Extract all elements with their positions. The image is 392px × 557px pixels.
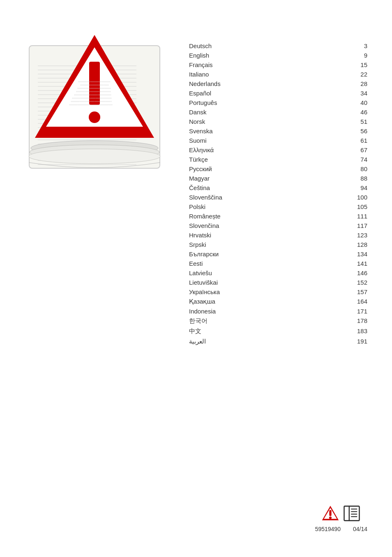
svg-rect-19 (330, 510, 332, 516)
toc-language-0: Deutsch (189, 42, 247, 49)
toc-page-1: 9 (351, 52, 367, 59)
svg-text:■■■■■■■■■■■■■■■■■■■■■■■: ■■■■■■■■■■■■■■■■■■■■■■■ (80, 84, 108, 86)
toc-row: Ελληνικά67 (189, 145, 367, 155)
toc-page-22: 134 (351, 251, 367, 258)
toc-page-19: 117 (351, 222, 367, 229)
toc-page-7: 46 (351, 109, 367, 116)
toc-row: Suomi61 (189, 136, 367, 145)
toc-page-12: 74 (351, 156, 367, 163)
toc-language-14: Magyar (189, 175, 247, 182)
warning-image-container: ■■■■■■■■■■■■■■■■■■■■■■■■■■ ■■■■■■■■■■■■■… (25, 25, 173, 181)
svg-text:■■■■■■■■■■■■■■■■■■■■■■■■■■■■: ■■■■■■■■■■■■■■■■■■■■■■■■■■■■ (76, 90, 111, 93)
toc-language-18: Românește (189, 213, 247, 220)
toc-page-11: 67 (351, 146, 367, 153)
toc-language-2: Français (189, 61, 247, 68)
toc-language-8: Norsk (189, 118, 247, 125)
toc-container: Deutsch3English9Français15Italiano22Nede… (189, 25, 367, 346)
toc-page-28: 171 (351, 308, 367, 315)
toc-page-0: 3 (351, 42, 367, 49)
book-small-icon (343, 504, 361, 522)
toc-row: 한국어178 (189, 316, 367, 326)
toc-language-20: Hrvatski (189, 232, 247, 239)
toc-row: Indonesia171 (189, 306, 367, 316)
toc-list: Deutsch3English9Français15Italiano22Nede… (189, 41, 367, 346)
toc-language-15: Čeština (189, 184, 247, 191)
toc-row: Românește111 (189, 211, 367, 221)
paper-curl-svg (25, 140, 164, 173)
warning-triangle-small-icon (321, 504, 339, 522)
svg-text:■■■■■■■■■■■■■■■■■■■■■■■■■■: ■■■■■■■■■■■■■■■■■■■■■■■■■■ (78, 80, 111, 83)
page: ■■■■■■■■■■■■■■■■■■■■■■■■■■ ■■■■■■■■■■■■■… (0, 0, 392, 557)
toc-language-24: Latviešu (189, 269, 247, 276)
svg-text:■■■■■■■■■■■■■■■■■■■■■■■■■■■■■■: ■■■■■■■■■■■■■■■■■■■■■■■■■■■■■■ (74, 93, 111, 96)
toc-page-8: 51 (351, 118, 367, 125)
toc-row: Latviešu146 (189, 268, 367, 278)
bottom-icons (321, 504, 361, 522)
svg-point-16 (29, 149, 160, 164)
warning-triangle-svg: ■■■■■■■■■■■■■■■■■■■■■■■■■■ ■■■■■■■■■■■■■… (33, 33, 156, 140)
toc-row: Français15 (189, 60, 367, 70)
toc-language-26: Українська (189, 288, 247, 295)
toc-row: Lietuviškai152 (189, 278, 367, 287)
toc-page-4: 28 (351, 80, 367, 87)
toc-page-30: 183 (351, 327, 367, 334)
toc-language-29: 한국어 (189, 317, 247, 325)
toc-row: Español34 (189, 88, 367, 98)
toc-page-23: 141 (351, 260, 367, 267)
toc-language-9: Svenska (189, 128, 247, 135)
toc-page-31: 191 (351, 338, 367, 345)
warning-sign: ■■■■■■■■■■■■■■■■■■■■■■■■■■ ■■■■■■■■■■■■■… (33, 33, 156, 140)
book-wrapper: ■■■■■■■■■■■■■■■■■■■■■■■■■■ ■■■■■■■■■■■■■… (25, 25, 164, 173)
toc-language-5: Español (189, 90, 247, 97)
toc-row: Português40 (189, 98, 367, 107)
toc-language-4: Nederlands (189, 80, 247, 87)
toc-row: 中文183 (189, 326, 367, 337)
toc-page-6: 40 (351, 99, 367, 106)
svg-text:■■■■■■■■■■■■■■■■■■■■■■■■■■■■■■: ■■■■■■■■■■■■■■■■■■■■■■■■■■■■■■■■ (72, 97, 112, 99)
toc-row: Русский80 (189, 164, 367, 174)
product-code: 59519490 (315, 526, 341, 532)
toc-language-31: العربية (189, 338, 247, 345)
toc-row: Dansk46 (189, 107, 367, 117)
toc-row: Hrvatski123 (189, 230, 367, 240)
toc-language-13: Русский (189, 165, 247, 172)
toc-row: Deutsch3 (189, 41, 367, 51)
toc-page-29: 178 (351, 317, 367, 324)
toc-language-12: Türkçe (189, 156, 247, 163)
toc-language-25: Lietuviškai (189, 279, 247, 286)
toc-row: Polski105 (189, 202, 367, 211)
toc-language-28: Indonesia (189, 308, 247, 315)
toc-page-10: 61 (351, 137, 367, 144)
toc-language-1: English (189, 52, 247, 59)
toc-page-25: 152 (351, 279, 367, 286)
top-section: ■■■■■■■■■■■■■■■■■■■■■■■■■■ ■■■■■■■■■■■■■… (0, 0, 392, 346)
toc-row: Italiano22 (189, 70, 367, 79)
toc-language-7: Dansk (189, 109, 247, 116)
toc-row: Slovenčina117 (189, 221, 367, 230)
toc-language-23: Eesti (189, 260, 247, 267)
toc-page-2: 15 (351, 61, 367, 68)
toc-row: Svenska56 (189, 126, 367, 136)
toc-page-9: 56 (351, 128, 367, 135)
toc-row: Nederlands28 (189, 79, 367, 88)
svg-point-20 (329, 516, 332, 519)
toc-row: Čeština94 (189, 183, 367, 193)
toc-language-3: Italiano (189, 71, 247, 78)
toc-row: Български134 (189, 249, 367, 259)
toc-row: Українська157 (189, 287, 367, 297)
toc-page-17: 105 (351, 203, 367, 210)
toc-page-24: 146 (351, 269, 367, 276)
toc-page-21: 128 (351, 241, 367, 248)
toc-row: Eesti141 (189, 259, 367, 268)
toc-language-16: Slovenščina (189, 194, 247, 201)
toc-page-26: 157 (351, 288, 367, 295)
toc-row: العربية191 (189, 337, 367, 346)
toc-page-16: 100 (351, 194, 367, 201)
toc-page-3: 22 (351, 71, 367, 78)
toc-page-27: 164 (351, 298, 367, 305)
toc-row: Norsk51 (189, 117, 367, 126)
toc-language-30: 中文 (189, 327, 247, 335)
toc-row: Slovenščina100 (189, 193, 367, 202)
date-code: 04/14 (353, 526, 367, 532)
toc-page-14: 88 (351, 175, 367, 182)
